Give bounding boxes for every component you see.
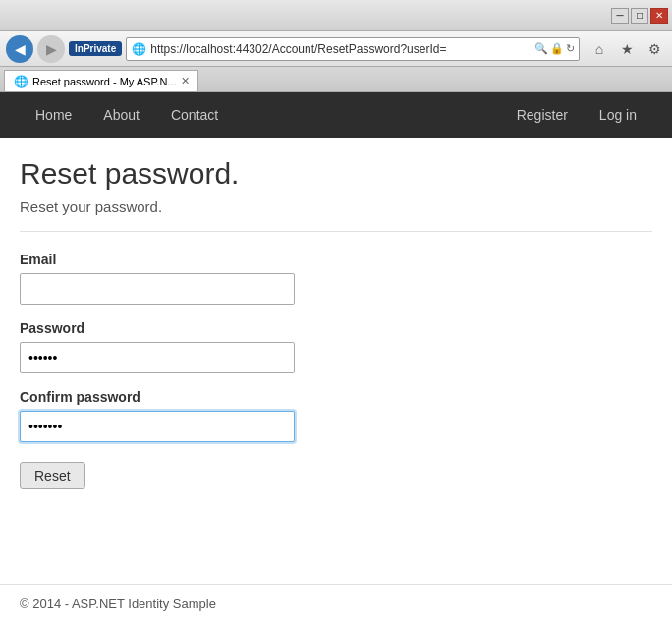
page-content: Reset password. Reset your password. Ema… bbox=[0, 138, 672, 584]
email-label: Email bbox=[20, 252, 652, 267]
nav-about[interactable]: About bbox=[87, 95, 155, 135]
maximize-button[interactable]: □ bbox=[631, 8, 648, 24]
page-title: Reset password. bbox=[20, 157, 652, 191]
tab-icon: 🌐 bbox=[13, 74, 28, 89]
nav-home[interactable]: Home bbox=[20, 95, 87, 135]
footer-text: © 2014 - ASP.NET Identity Sample bbox=[20, 596, 216, 611]
settings-button[interactable]: ⚙ bbox=[643, 37, 666, 61]
back-button[interactable]: ◀ bbox=[6, 35, 33, 63]
tab-label: Reset password - My ASP.N... bbox=[32, 76, 177, 87]
nav-login[interactable]: Log in bbox=[584, 95, 652, 135]
nav-contact[interactable]: Contact bbox=[155, 95, 234, 135]
window-controls: ─ □ ✕ bbox=[611, 8, 668, 24]
active-tab[interactable]: 🌐 Reset password - My ASP.N... ✕ bbox=[4, 70, 198, 91]
site-nav-right: Register Log in bbox=[501, 95, 652, 135]
site-nav: Home About Contact Register Log in bbox=[0, 92, 672, 138]
site-footer: © 2014 - ASP.NET Identity Sample bbox=[0, 584, 672, 623]
address-bar[interactable]: 🌐 https://localhost:44302/Account/ResetP… bbox=[126, 37, 580, 61]
password-label: Password bbox=[20, 320, 652, 336]
password-group: Password bbox=[20, 320, 652, 373]
favorites-button[interactable]: ★ bbox=[615, 37, 639, 61]
website: Home About Contact Register Log in Reset… bbox=[0, 92, 672, 623]
nav-bar: ◀ ▶ InPrivate 🌐 https://localhost:44302/… bbox=[0, 31, 672, 67]
home-button[interactable]: ⌂ bbox=[588, 37, 611, 61]
close-button[interactable]: ✕ bbox=[650, 8, 668, 24]
confirm-password-input[interactable] bbox=[20, 411, 295, 442]
back-icon: ◀ bbox=[15, 41, 26, 57]
address-icons: 🔍 🔒 ↻ bbox=[534, 42, 575, 55]
page-subtitle: Reset your password. bbox=[20, 198, 652, 215]
ie-icon: 🌐 bbox=[131, 41, 146, 57]
site-nav-left: Home About Contact bbox=[20, 95, 501, 135]
address-text: https://localhost:44302/Account/ResetPas… bbox=[150, 42, 531, 56]
email-input[interactable] bbox=[20, 273, 295, 305]
forward-button[interactable]: ▶ bbox=[37, 35, 65, 63]
nav-register[interactable]: Register bbox=[501, 95, 584, 135]
search-icon: 🔍 bbox=[534, 42, 548, 55]
password-input[interactable] bbox=[20, 342, 295, 373]
confirm-password-label: Confirm password bbox=[20, 389, 652, 405]
browser-window: ─ □ ✕ ◀ ▶ InPrivate 🌐 https://localhost:… bbox=[0, 0, 672, 623]
tab-close-button[interactable]: ✕ bbox=[181, 75, 190, 87]
reset-password-form: Email Password Confirm password Reset bbox=[20, 252, 652, 489]
minimize-button[interactable]: ─ bbox=[611, 8, 629, 24]
divider bbox=[20, 231, 652, 232]
forward-icon: ▶ bbox=[46, 41, 57, 57]
reset-button[interactable]: Reset bbox=[20, 462, 85, 489]
tab-bar: 🌐 Reset password - My ASP.N... ✕ bbox=[0, 67, 672, 92]
email-group: Email bbox=[20, 252, 652, 305]
refresh-icon: ↻ bbox=[566, 42, 575, 55]
inprivate-badge: InPrivate bbox=[69, 41, 122, 56]
browser-nav-icons: ⌂ ★ ⚙ bbox=[588, 37, 666, 61]
lock-icon: 🔒 bbox=[550, 42, 564, 55]
title-bar: ─ □ ✕ bbox=[0, 0, 672, 31]
confirm-password-group: Confirm password bbox=[20, 389, 652, 442]
